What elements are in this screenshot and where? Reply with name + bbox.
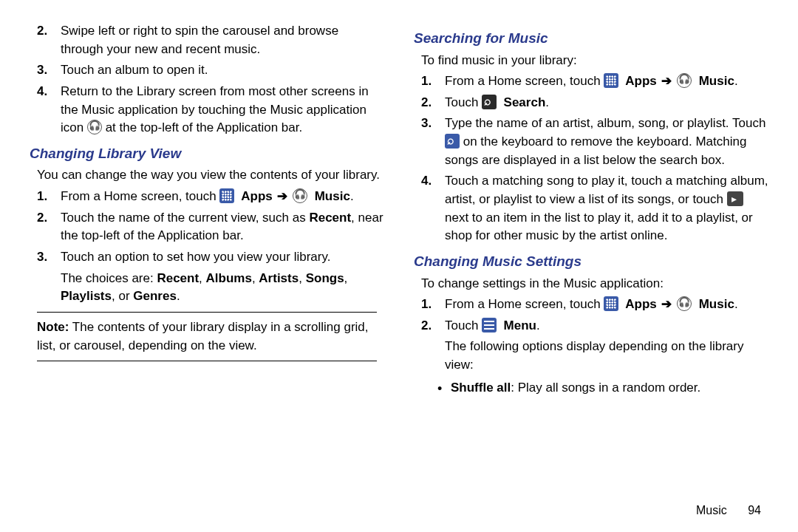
search-steps: 1. From a Home screen, touch Apps ➔ Musi… — [421, 72, 768, 245]
heading-changing-music-settings: Changing Music Settings — [414, 251, 768, 272]
search-step-1: 1. From a Home screen, touch Apps ➔ Musi… — [421, 72, 768, 91]
step-number: 2. — [421, 317, 432, 335]
step-2: 2. Swipe left or right to spin the carou… — [37, 22, 384, 58]
search-step-4: 4. Touch a matching song to play it, tou… — [421, 172, 768, 245]
left-column: 2. Swipe left or right to spin the carou… — [30, 22, 384, 397]
divider — [37, 361, 377, 361]
step-number: 3. — [37, 248, 47, 267]
apps-label: Apps — [238, 189, 273, 203]
settings-step-1: 1. From a Home screen, touch Apps ➔ Musi… — [421, 296, 768, 314]
arrow-icon: ➔ — [660, 74, 673, 88]
heading-changing-library-view: Changing Library View — [30, 143, 384, 164]
search-icon — [482, 95, 497, 109]
menu-icon — [482, 318, 497, 332]
step-number: 4. — [421, 172, 432, 191]
settings-step-2: 2. Touch Menu. The following options dis… — [421, 317, 768, 375]
library-view-steps: 1. From a Home screen, touch Apps ➔ Musi… — [37, 188, 384, 306]
divider — [37, 312, 377, 313]
search-step-3: 3. Type the name of an artist, album, so… — [421, 115, 768, 169]
step-number: 3. — [37, 61, 47, 80]
page-footer: Music 94 — [696, 502, 761, 519]
step-number: 4. — [37, 83, 47, 101]
step-4: 4. Return to the Library screen from mos… — [37, 83, 384, 137]
note-label: Note: — [37, 320, 69, 334]
arrow-icon: ➔ — [660, 297, 673, 311]
apps-icon — [219, 188, 234, 203]
settings-steps: 1. From a Home screen, touch Apps ➔ Musi… — [421, 296, 768, 375]
step-number: 1. — [37, 188, 47, 206]
arrow-icon: ➔ — [276, 189, 289, 203]
headphones-icon — [87, 120, 102, 134]
headphones-icon — [293, 188, 307, 203]
choices-line: The choices are: Recent, Albums, Artists… — [61, 270, 384, 306]
bullet-shuffle-all: Shuffle all: Play all songs in a random … — [437, 379, 768, 398]
text: Touch the name of the current view, such… — [61, 211, 309, 225]
intro-text: You can change the way you view the cont… — [37, 166, 384, 185]
carousel-steps: 2. Swipe left or right to spin the carou… — [37, 22, 384, 137]
search-icon — [445, 134, 460, 149]
bullet-text: : Play all songs in a random order. — [511, 381, 700, 395]
music-label: Music — [311, 189, 350, 203]
page-number: 94 — [748, 504, 761, 516]
step-text: Swipe left or right to spin the carousel… — [61, 24, 338, 56]
page-body: 2. Swipe left or right to spin the carou… — [0, 0, 798, 404]
step-text-b: at the top-left of the Application bar. — [106, 120, 303, 134]
bullet-label: Shuffle all — [451, 381, 511, 395]
step-number: 1. — [421, 72, 432, 91]
apps-icon — [604, 73, 618, 88]
right-column: Searching for Music To find music in you… — [414, 22, 768, 397]
text: From a Home screen, touch — [61, 189, 219, 203]
lib-step-1: 1. From a Home screen, touch Apps ➔ Musi… — [37, 188, 384, 206]
lib-step-2: 2. Touch the name of the current view, s… — [37, 209, 384, 245]
step-number: 2. — [37, 209, 47, 228]
headphones-icon — [677, 73, 692, 88]
context-menu-icon — [727, 191, 743, 206]
intro-text: To find music in your library: — [421, 52, 768, 70]
step-number: 1. — [421, 296, 432, 314]
heading-searching-for-music: Searching for Music — [414, 28, 768, 49]
lib-step-3: 3. Touch an option to set how you view y… — [37, 248, 384, 306]
settings-subtext: The following options display depending … — [445, 338, 768, 374]
section-name: Music — [696, 504, 727, 516]
note-text: The contents of your library display in … — [37, 320, 369, 352]
step-3: 3. Touch an album to open it. — [37, 61, 384, 80]
apps-icon — [604, 296, 618, 311]
intro-text: To change settings in the Music applicat… — [421, 275, 768, 293]
step-number: 2. — [421, 94, 432, 112]
step-number: 3. — [421, 115, 432, 133]
step-number: 2. — [37, 22, 47, 41]
headphones-icon — [677, 296, 692, 311]
step-text: Touch an album to open it. — [61, 63, 208, 77]
text: Touch an option to set how you view your… — [61, 250, 330, 264]
search-step-2: 2. Touch Search. — [421, 94, 768, 112]
note-block: Note: The contents of your library displ… — [37, 318, 377, 355]
